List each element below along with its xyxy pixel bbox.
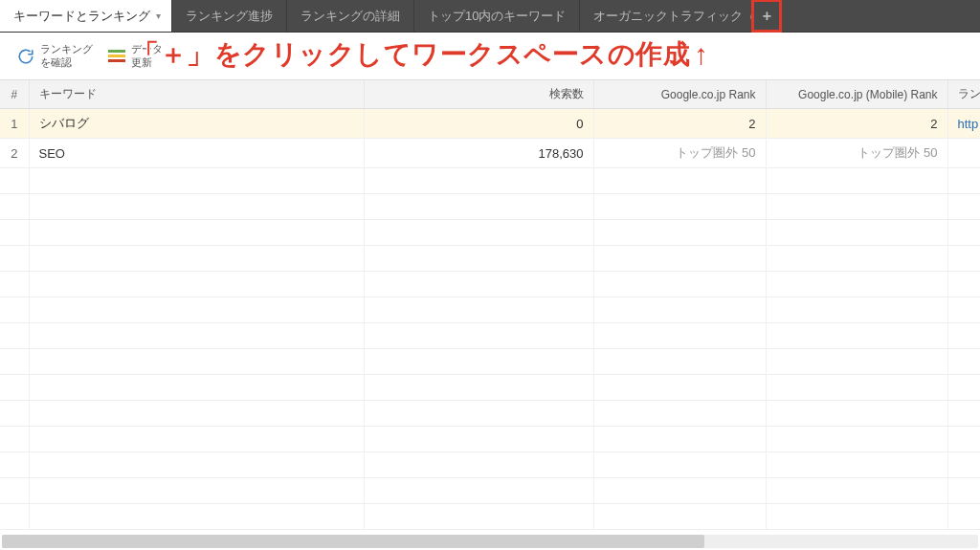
col-search-volume[interactable]: 検索数	[364, 80, 593, 109]
col-rank-mobile[interactable]: Google.co.jp (Mobile) Rank	[766, 80, 947, 109]
cell-keyword: SEO	[29, 139, 364, 168]
cell-index: 2	[0, 139, 29, 168]
table-row-empty	[0, 504, 980, 530]
plus-icon: +	[763, 8, 771, 25]
chevron-down-icon: ▾	[156, 11, 161, 21]
table-body: 1 シバログ 0 2 2 http 2 SEO 178,630 トップ圏外 50…	[0, 109, 980, 530]
table-row-empty	[0, 452, 980, 478]
tab-label: トップ10内のキーワード	[428, 8, 566, 25]
add-tab-button[interactable]: +	[752, 0, 781, 32]
table-header-row: # キーワード 検索数 Google.co.jp Rank Google.co.…	[0, 80, 980, 109]
cell-search-volume: 0	[364, 109, 593, 139]
col-rank-desktop[interactable]: Google.co.jp Rank	[593, 80, 766, 109]
table-row-empty	[0, 297, 980, 323]
table-row-empty	[0, 246, 980, 272]
tab-label: キーワードとランキング	[13, 8, 150, 25]
tab-organic-traffic[interactable]: オーガニックトラフィック（Google A...	[580, 0, 752, 32]
col-keyword[interactable]: キーワード	[29, 80, 364, 109]
list-icon	[108, 50, 125, 62]
cell-search-volume: 178,630	[364, 139, 593, 168]
tab-label: オーガニックトラフィック（Google A...	[593, 8, 752, 25]
check-ranking-label: ランキング を確認	[40, 43, 93, 68]
table-row[interactable]: 2 SEO 178,630 トップ圏外 50 トップ圏外 50	[0, 139, 980, 168]
cell-rank-mobile: 2	[766, 109, 947, 139]
col-index[interactable]: #	[0, 80, 29, 109]
col-landing[interactable]: ラン	[947, 80, 980, 109]
table-row-empty	[0, 323, 980, 349]
cell-index: 1	[0, 109, 29, 139]
table-row-empty	[0, 401, 980, 427]
cell-landing	[947, 139, 980, 168]
table-row-empty	[0, 194, 980, 220]
scrollbar-thumb[interactable]	[2, 535, 704, 548]
cell-rank-desktop: トップ圏外 50	[593, 139, 766, 168]
data-update-button[interactable]: データ 更新	[108, 43, 163, 68]
cell-landing-link[interactable]: http	[947, 109, 980, 139]
check-ranking-button[interactable]: ランキング を確認	[17, 43, 93, 68]
tab-keywords-ranking[interactable]: キーワードとランキング ▾	[0, 0, 172, 32]
cell-rank-desktop: 2	[593, 109, 766, 139]
toolbar: ランキング を確認 データ 更新	[0, 33, 980, 80]
horizontal-scrollbar[interactable]	[2, 535, 978, 548]
table-row-empty	[0, 478, 980, 504]
tab-ranking-details[interactable]: ランキングの詳細	[287, 0, 414, 32]
cell-keyword: シバログ	[29, 109, 364, 139]
table-row-empty	[0, 272, 980, 297]
table-row-empty	[0, 349, 980, 375]
data-table-wrap: # キーワード 検索数 Google.co.jp Rank Google.co.…	[0, 80, 980, 530]
table-row-empty	[0, 427, 980, 452]
table-row[interactable]: 1 シバログ 0 2 2 http	[0, 109, 980, 139]
tab-top10-keywords[interactable]: トップ10内のキーワード	[414, 0, 580, 32]
table-row-empty	[0, 168, 980, 194]
refresh-icon	[17, 48, 34, 65]
tab-label: ランキング進捗	[186, 8, 273, 25]
table-row-empty	[0, 220, 980, 246]
ranking-table: # キーワード 検索数 Google.co.jp Rank Google.co.…	[0, 80, 980, 530]
table-row-empty	[0, 375, 980, 401]
cell-rank-mobile: トップ圏外 50	[766, 139, 947, 168]
tab-ranking-progress[interactable]: ランキング進捗	[172, 0, 287, 32]
tabs-bar: キーワードとランキング ▾ ランキング進捗 ランキングの詳細 トップ10内のキー…	[0, 0, 980, 33]
data-update-label: データ 更新	[131, 43, 163, 68]
tab-label: ランキングの詳細	[301, 8, 400, 25]
